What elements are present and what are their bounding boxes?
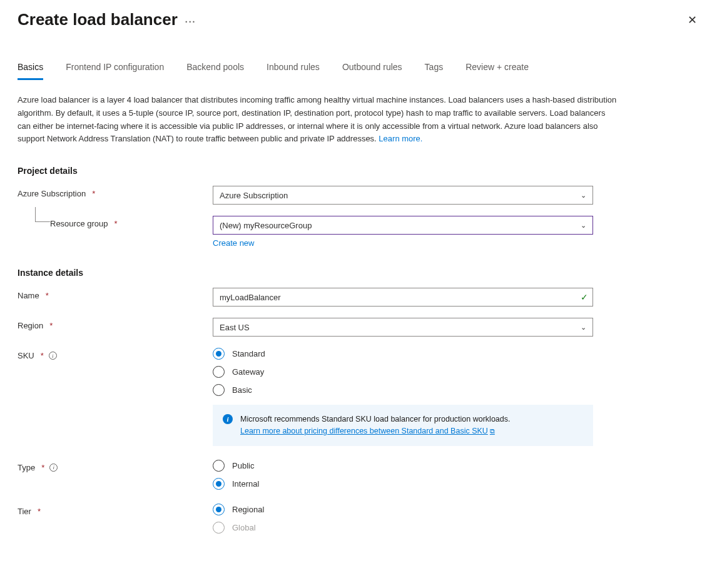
tab-tags[interactable]: Tags: [425, 62, 444, 80]
row-subscription: Azure Subscription* Azure Subscription ⌄: [18, 186, 699, 205]
chevron-down-icon: ⌄: [581, 221, 586, 230]
type-control: Public Internal: [213, 460, 593, 490]
region-label-col: Region*: [18, 318, 213, 330]
radio-icon: [213, 504, 225, 515]
chevron-down-icon: ⌄: [581, 191, 586, 200]
sku-control: Standard Gateway Basic i Microsoft recom…: [213, 348, 593, 446]
sku-radio-standard[interactable]: Standard: [213, 348, 593, 360]
sku-info-icon[interactable]: i: [49, 352, 57, 360]
subscription-label-col: Azure Subscription*: [18, 186, 213, 198]
required-icon: *: [92, 189, 95, 198]
tier-label-col: Tier*: [18, 504, 213, 516]
type-label-col: Type* i: [18, 460, 213, 472]
radio-icon: [213, 384, 225, 396]
resource-group-label: Resource group: [50, 219, 108, 228]
page-title-wrap: Create load balancer ···: [18, 10, 196, 29]
resource-group-dropdown[interactable]: (New) myResourceGroup ⌄: [213, 216, 593, 235]
sku-basic-label: Basic: [232, 385, 252, 395]
radio-icon: [213, 460, 225, 472]
tab-review-create[interactable]: Review + create: [465, 62, 529, 80]
subscription-value: Azure Subscription: [220, 191, 288, 200]
subscription-label: Azure Subscription: [18, 189, 86, 198]
required-icon: *: [49, 321, 53, 330]
page-header: Create load balancer ··· ✕: [18, 10, 699, 29]
instance-details-heading: Instance details: [18, 268, 699, 278]
sku-info-box: i Microsoft recommends Standard SKU load…: [213, 405, 593, 446]
tier-control: Regional Global: [213, 504, 593, 534]
more-icon[interactable]: ···: [185, 13, 196, 27]
tabs: Basics Frontend IP configuration Backend…: [18, 62, 699, 80]
tab-outbound-rules[interactable]: Outbound rules: [342, 62, 402, 80]
project-details-heading: Project details: [18, 166, 699, 176]
tab-basics[interactable]: Basics: [18, 62, 43, 80]
create-new-link[interactable]: Create new: [213, 238, 254, 248]
required-icon: *: [46, 291, 49, 300]
name-input-wrap: ✓: [213, 288, 593, 307]
region-label: Region: [18, 321, 43, 330]
external-link-icon: ⧉: [490, 427, 495, 435]
sku-gateway-label: Gateway: [232, 367, 264, 377]
subscription-dropdown[interactable]: Azure Subscription ⌄: [213, 186, 593, 205]
type-internal-label: Internal: [232, 479, 259, 489]
sku-info-text: Microsoft recommends Standard SKU load b…: [240, 413, 510, 437]
sku-standard-label: Standard: [232, 349, 265, 358]
radio-icon: [213, 348, 225, 360]
tab-backend-pools[interactable]: Backend pools: [186, 62, 244, 80]
info-icon: i: [223, 414, 233, 424]
row-resource-group: Resource group* (New) myResourceGroup ⌄ …: [18, 216, 699, 248]
tab-inbound-rules[interactable]: Inbound rules: [267, 62, 320, 80]
type-radio-group: Public Internal: [213, 460, 593, 490]
sku-radio-gateway[interactable]: Gateway: [213, 366, 593, 378]
row-tier: Tier* Regional Global: [18, 504, 699, 534]
tier-radio-regional[interactable]: Regional: [213, 504, 593, 515]
sku-label: SKU: [18, 351, 34, 360]
radio-icon: [213, 478, 225, 490]
required-icon: *: [38, 507, 41, 516]
close-icon[interactable]: ✕: [685, 11, 699, 29]
radio-icon: [213, 366, 225, 378]
type-label: Type: [18, 463, 35, 472]
type-radio-internal[interactable]: Internal: [213, 478, 593, 490]
type-radio-public[interactable]: Public: [213, 460, 593, 472]
sku-pricing-link[interactable]: Learn more about pricing differences bet…: [240, 427, 495, 435]
type-info-icon[interactable]: i: [49, 464, 58, 472]
name-label-col: Name*: [18, 288, 213, 300]
region-value: East US: [220, 323, 250, 332]
tier-label: Tier: [18, 507, 31, 516]
tier-radio-global: Global: [213, 522, 593, 534]
row-type: Type* i Public Internal: [18, 460, 699, 490]
sku-radio-group: Standard Gateway Basic: [213, 348, 593, 396]
name-control: ✓: [213, 288, 593, 307]
sku-radio-basic[interactable]: Basic: [213, 384, 593, 396]
type-public-label: Public: [232, 461, 254, 470]
radio-icon: [213, 522, 225, 534]
resource-group-value: (New) myResourceGroup: [220, 221, 312, 230]
elbow-connector: [35, 207, 50, 222]
description-text: Azure load balancer is a layer 4 load ba…: [18, 95, 616, 143]
required-icon: *: [41, 463, 44, 472]
row-name: Name* ✓: [18, 288, 699, 307]
resource-group-label-col: Resource group*: [18, 216, 213, 228]
check-icon: ✓: [581, 292, 588, 302]
page-title: Create load balancer: [18, 10, 178, 29]
tier-radio-group: Regional Global: [213, 504, 593, 534]
region-control: East US ⌄: [213, 318, 593, 337]
tier-global-label: Global: [232, 523, 256, 532]
required-icon: *: [41, 351, 44, 360]
name-label: Name: [18, 291, 39, 300]
learn-more-link[interactable]: Learn more.: [379, 134, 422, 143]
row-sku: SKU* i Standard Gateway Basic i Microsof…: [18, 348, 699, 446]
sku-pricing-link-text: Learn more about pricing differences bet…: [240, 427, 488, 435]
tier-regional-label: Regional: [232, 505, 264, 514]
sku-info-message: Microsoft recommends Standard SKU load b…: [240, 415, 510, 423]
tab-frontend-ip[interactable]: Frontend IP configuration: [66, 62, 164, 80]
name-input[interactable]: [213, 288, 593, 307]
description: Azure load balancer is a layer 4 load ba…: [18, 94, 618, 146]
sku-label-col: SKU* i: [18, 348, 213, 360]
chevron-down-icon: ⌄: [581, 323, 586, 332]
row-region: Region* East US ⌄: [18, 318, 699, 337]
resource-group-control: (New) myResourceGroup ⌄ Create new: [213, 216, 593, 248]
required-icon: *: [114, 219, 118, 228]
region-dropdown[interactable]: East US ⌄: [213, 318, 593, 337]
subscription-control: Azure Subscription ⌄: [213, 186, 593, 205]
